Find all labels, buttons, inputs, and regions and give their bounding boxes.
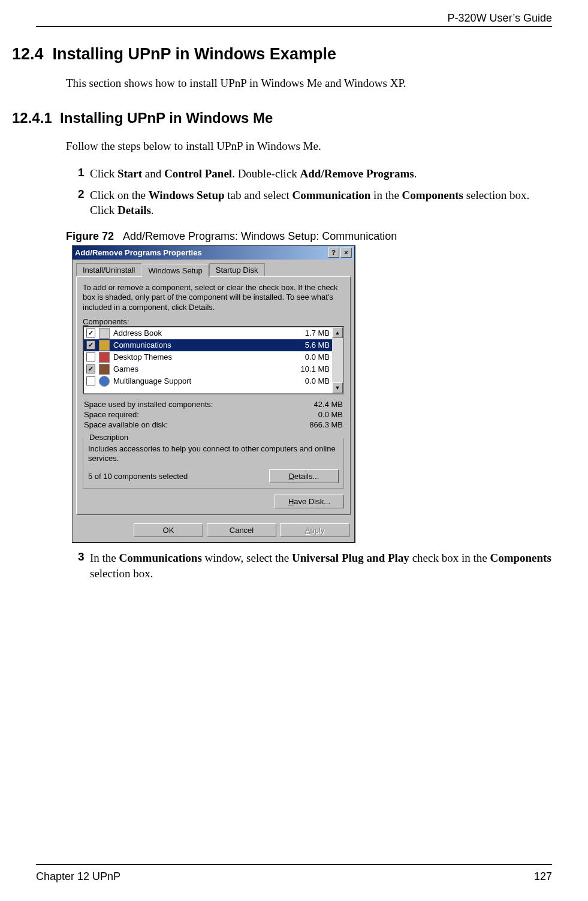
list-item[interactable]: Multilanguage Support 0.0 MB (84, 375, 332, 387)
step-2: 2 Click on the Windows Setup tab and sel… (78, 188, 552, 218)
subsection-number: 12.4.1 (12, 110, 52, 126)
checkbox-icon[interactable] (86, 376, 95, 385)
scrollbar[interactable]: ▲ ▼ (332, 327, 343, 393)
t: Communication (292, 189, 370, 201)
scroll-down-icon[interactable]: ▼ (332, 382, 343, 393)
t: . (414, 167, 417, 180)
step-text: In the Communications window, select the… (90, 550, 552, 581)
list-item[interactable]: Desktop Themes 0.0 MB (84, 351, 332, 363)
globe-icon (99, 376, 110, 387)
t: Start (117, 167, 142, 180)
stat-value: 866.3 MB (309, 420, 343, 429)
t: H (288, 497, 294, 506)
scroll-up-icon[interactable]: ▲ (332, 327, 343, 338)
step-number: 2 (78, 188, 90, 218)
addremove-dialog: Add/Remove Programs Properties ? × Insta… (72, 245, 355, 543)
t: . Double-click (232, 167, 300, 180)
figure-caption-text: Add/Remove Programs: Windows Setup: Comm… (123, 230, 397, 242)
tab-windows-setup[interactable]: Windows Setup (141, 264, 209, 277)
section-title: Installing UPnP in Windows Example (53, 45, 336, 63)
t: Click (90, 167, 117, 180)
item-size: 1.7 MB (288, 329, 330, 338)
section-number: 12.4 (12, 45, 44, 63)
list-item[interactable]: ✓ Communications 5.6 MB (84, 339, 332, 351)
t: D (289, 472, 294, 481)
help-button[interactable]: ? (328, 248, 339, 258)
scroll-track[interactable] (332, 338, 343, 382)
stat-label: Space required: (84, 410, 139, 419)
checkbox-icon[interactable]: ✓ (86, 364, 95, 373)
list-item[interactable]: ✓ Address Book 1.7 MB (84, 327, 332, 339)
components-listbox[interactable]: ✓ Address Book 1.7 MB ✓ Communications 5… (83, 326, 344, 394)
section-intro: This section shows how to install UPnP i… (66, 76, 552, 92)
item-name: Address Book (113, 329, 288, 338)
t: . (151, 204, 154, 216)
tab-strip: Install/Uninstall Windows Setup Startup … (76, 263, 351, 276)
header-rule (36, 26, 552, 27)
step-1: 1 Click Start and Control Panel. Double-… (78, 166, 552, 182)
item-size: 10.1 MB (288, 364, 330, 373)
t: Add/Remove Programs (300, 167, 414, 180)
item-size: 5.6 MB (288, 340, 330, 349)
stat-value: 42.4 MB (314, 400, 343, 409)
t: Components (402, 189, 463, 201)
dialog-title: Add/Remove Programs Properties (75, 248, 202, 257)
t: Click on the (90, 189, 149, 201)
step-text: Click Start and Control Panel. Double-cl… (90, 166, 552, 182)
t: Universal Plug and Play (292, 552, 409, 564)
address-book-icon (99, 328, 110, 339)
group-label: Description (87, 433, 131, 442)
stat-value: 0.0 MB (318, 410, 343, 419)
dialog-titlebar[interactable]: Add/Remove Programs Properties ? × (73, 246, 354, 260)
details-button[interactable]: Details... (269, 469, 339, 483)
games-icon (99, 364, 110, 375)
list-item[interactable]: ✓ Games 10.1 MB (84, 363, 332, 375)
cancel-button[interactable]: Cancel (207, 523, 276, 537)
dialog-buttons: OK Cancel Apply (73, 519, 354, 542)
subsection-title: Installing UPnP in Windows Me (60, 110, 273, 126)
tab-startup-disk[interactable]: Startup Disk (209, 263, 265, 276)
header-guide-title: P-320W User’s Guide (36, 12, 552, 25)
t: tab and select (225, 189, 293, 201)
checkbox-icon[interactable]: ✓ (86, 329, 95, 338)
space-stats: Space used by installed components:42.4 … (83, 399, 344, 430)
desktop-themes-icon (99, 352, 110, 363)
footer-rule (36, 864, 552, 865)
t: In the (90, 552, 119, 564)
step-3: 3 In the Communications window, select t… (78, 550, 552, 581)
item-name: Desktop Themes (113, 352, 288, 361)
footer-chapter: Chapter 12 UPnP (36, 870, 120, 883)
ok-button[interactable]: OK (134, 523, 203, 537)
item-name: Games (113, 364, 288, 373)
components-label: CComponents:omponents: (83, 317, 344, 326)
figure-caption: Figure 72Add/Remove Programs: Windows Se… (66, 230, 552, 243)
t: Details (117, 204, 151, 216)
item-size: 0.0 MB (288, 352, 330, 361)
step-number: 1 (78, 166, 90, 182)
have-disk-button[interactable]: Have Disk... (275, 495, 344, 508)
description-text: Includes accessories to help you connect… (88, 444, 339, 465)
description-group: Description Includes accessories to help… (83, 438, 344, 489)
subsection-intro: Follow the steps below to install UPnP i… (66, 138, 552, 155)
tab-panel: To add or remove a component, select or … (76, 276, 351, 515)
communications-icon (99, 340, 110, 351)
apply-button[interactable]: Apply (280, 523, 349, 537)
step-text: Click on the Windows Setup tab and selec… (90, 188, 552, 218)
tab-install-uninstall[interactable]: Install/Uninstall (76, 263, 141, 276)
close-button[interactable]: × (340, 248, 352, 258)
step-number: 3 (78, 550, 90, 581)
selected-count: 5 of 10 components selected (88, 472, 188, 481)
checkbox-icon[interactable] (86, 352, 95, 361)
t: etails... (294, 472, 319, 481)
subsection-heading: 12.4.1 Installing UPnP in Windows Me (12, 110, 552, 126)
checkbox-icon[interactable]: ✓ (86, 340, 95, 349)
t: Control Panel (164, 167, 232, 180)
item-name: Communications (113, 340, 288, 349)
stat-label: Space used by installed components: (84, 400, 213, 409)
t: Communications (119, 552, 202, 564)
t: check box in the (409, 552, 490, 564)
item-size: 0.0 MB (288, 376, 330, 385)
t: selection box. (90, 567, 153, 580)
figure-number: Figure 72 (66, 230, 114, 242)
t: window, select the (202, 552, 292, 564)
